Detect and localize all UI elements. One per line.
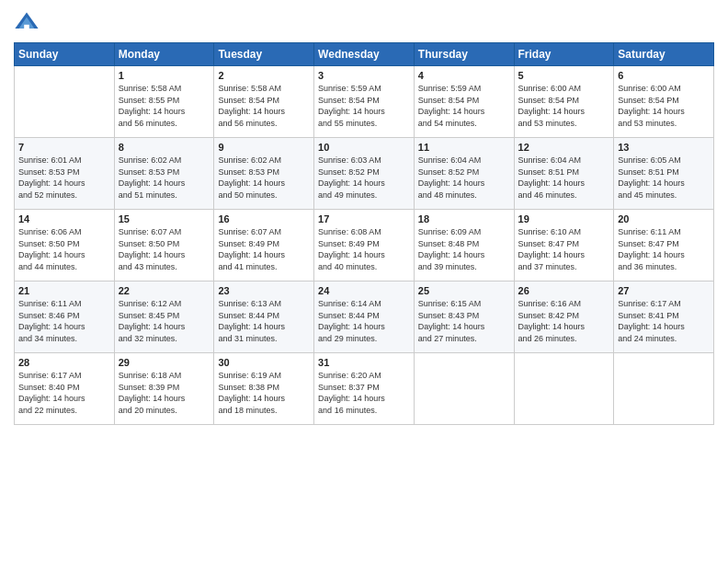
day-cell: 23Sunrise: 6:13 AMSunset: 8:44 PMDayligh… [214, 282, 314, 353]
day-cell: 20Sunrise: 6:11 AMSunset: 8:47 PMDayligh… [614, 210, 714, 282]
day-info: Sunrise: 6:01 AMSunset: 8:53 PMDaylight:… [18, 155, 110, 201]
day-info: Sunrise: 6:14 AMSunset: 8:44 PMDaylight:… [318, 298, 410, 344]
day-cell: 3Sunrise: 5:59 AMSunset: 8:54 PMDaylight… [314, 66, 415, 138]
logo [14, 9, 43, 35]
day-number: 16 [218, 213, 310, 224]
day-number: 7 [18, 142, 110, 153]
day-info: Sunrise: 6:08 AMSunset: 8:49 PMDaylight:… [318, 226, 410, 272]
day-info: Sunrise: 6:16 AMSunset: 8:42 PMDaylight:… [518, 298, 610, 344]
day-cell: 10Sunrise: 6:03 AMSunset: 8:52 PMDayligh… [314, 138, 415, 210]
header-row: SundayMondayTuesdayWednesdayThursdayFrid… [15, 43, 714, 66]
week-row-4: 21Sunrise: 6:11 AMSunset: 8:46 PMDayligh… [15, 282, 714, 353]
day-number: 13 [618, 142, 710, 153]
week-row-2: 7Sunrise: 6:01 AMSunset: 8:53 PMDaylight… [15, 138, 714, 210]
day-cell: 27Sunrise: 6:17 AMSunset: 8:41 PMDayligh… [614, 282, 714, 353]
day-cell: 31Sunrise: 6:20 AMSunset: 8:37 PMDayligh… [314, 353, 415, 425]
day-info: Sunrise: 6:00 AMSunset: 8:54 PMDaylight:… [518, 83, 610, 129]
day-info: Sunrise: 5:59 AMSunset: 8:54 PMDaylight:… [418, 83, 510, 129]
day-cell: 5Sunrise: 6:00 AMSunset: 8:54 PMDaylight… [514, 66, 614, 138]
day-cell: 30Sunrise: 6:19 AMSunset: 8:38 PMDayligh… [214, 353, 314, 425]
day-cell: 24Sunrise: 6:14 AMSunset: 8:44 PMDayligh… [314, 282, 415, 353]
day-info: Sunrise: 5:58 AMSunset: 8:55 PMDaylight:… [119, 83, 210, 129]
day-cell [414, 353, 514, 425]
day-info: Sunrise: 6:13 AMSunset: 8:44 PMDaylight:… [218, 298, 310, 344]
day-number: 6 [618, 70, 710, 81]
day-cell: 16Sunrise: 6:07 AMSunset: 8:49 PMDayligh… [214, 210, 314, 282]
day-cell: 4Sunrise: 5:59 AMSunset: 8:54 PMDaylight… [414, 66, 514, 138]
day-info: Sunrise: 6:00 AMSunset: 8:54 PMDaylight:… [618, 83, 710, 129]
day-info: Sunrise: 6:04 AMSunset: 8:51 PMDaylight:… [518, 155, 610, 201]
day-number: 28 [18, 357, 110, 368]
day-info: Sunrise: 6:03 AMSunset: 8:52 PMDaylight:… [318, 155, 410, 201]
week-row-5: 28Sunrise: 6:17 AMSunset: 8:40 PMDayligh… [15, 353, 714, 425]
day-info: Sunrise: 6:19 AMSunset: 8:38 PMDaylight:… [218, 370, 310, 416]
header-cell-thursday: Thursday [414, 43, 514, 66]
day-cell: 17Sunrise: 6:08 AMSunset: 8:49 PMDayligh… [314, 210, 415, 282]
day-cell [514, 353, 614, 425]
calendar-table: SundayMondayTuesdayWednesdayThursdayFrid… [14, 42, 714, 425]
day-number: 21 [18, 285, 110, 296]
day-cell: 21Sunrise: 6:11 AMSunset: 8:46 PMDayligh… [15, 282, 115, 353]
day-info: Sunrise: 6:18 AMSunset: 8:39 PMDaylight:… [119, 370, 210, 416]
header-cell-monday: Monday [114, 43, 214, 66]
week-row-1: 1Sunrise: 5:58 AMSunset: 8:55 PMDaylight… [15, 66, 714, 138]
page: SundayMondayTuesdayWednesdayThursdayFrid… [0, 0, 728, 563]
day-number: 15 [119, 213, 210, 224]
day-number: 3 [318, 70, 410, 81]
day-cell [614, 353, 714, 425]
day-info: Sunrise: 6:04 AMSunset: 8:52 PMDaylight:… [418, 155, 510, 201]
day-cell: 13Sunrise: 6:05 AMSunset: 8:51 PMDayligh… [614, 138, 714, 210]
day-number: 5 [518, 70, 610, 81]
day-cell: 18Sunrise: 6:09 AMSunset: 8:48 PMDayligh… [414, 210, 514, 282]
day-cell: 1Sunrise: 5:58 AMSunset: 8:55 PMDaylight… [114, 66, 214, 138]
day-cell: 14Sunrise: 6:06 AMSunset: 8:50 PMDayligh… [15, 210, 115, 282]
day-cell: 11Sunrise: 6:04 AMSunset: 8:52 PMDayligh… [414, 138, 514, 210]
day-number: 9 [218, 142, 310, 153]
week-row-3: 14Sunrise: 6:06 AMSunset: 8:50 PMDayligh… [15, 210, 714, 282]
day-cell: 19Sunrise: 6:10 AMSunset: 8:47 PMDayligh… [514, 210, 614, 282]
day-info: Sunrise: 6:17 AMSunset: 8:40 PMDaylight:… [18, 370, 110, 416]
day-cell: 29Sunrise: 6:18 AMSunset: 8:39 PMDayligh… [114, 353, 214, 425]
day-info: Sunrise: 5:58 AMSunset: 8:54 PMDaylight:… [218, 83, 310, 129]
day-cell: 7Sunrise: 6:01 AMSunset: 8:53 PMDaylight… [15, 138, 115, 210]
day-info: Sunrise: 6:15 AMSunset: 8:43 PMDaylight:… [418, 298, 510, 344]
day-cell: 15Sunrise: 6:07 AMSunset: 8:50 PMDayligh… [114, 210, 214, 282]
day-cell: 8Sunrise: 6:02 AMSunset: 8:53 PMDaylight… [114, 138, 214, 210]
header-cell-saturday: Saturday [614, 43, 714, 66]
day-number: 19 [518, 213, 610, 224]
calendar-body: 1Sunrise: 5:58 AMSunset: 8:55 PMDaylight… [15, 66, 714, 425]
day-info: Sunrise: 6:10 AMSunset: 8:47 PMDaylight:… [518, 226, 610, 272]
day-number: 31 [318, 357, 410, 368]
header-cell-wednesday: Wednesday [314, 43, 415, 66]
day-number: 27 [618, 285, 710, 296]
day-info: Sunrise: 6:09 AMSunset: 8:48 PMDaylight:… [418, 226, 510, 272]
day-number: 10 [318, 142, 410, 153]
day-number: 24 [318, 285, 410, 296]
logo-icon [14, 9, 40, 35]
calendar-header: SundayMondayTuesdayWednesdayThursdayFrid… [15, 43, 714, 66]
day-number: 14 [18, 213, 110, 224]
day-info: Sunrise: 6:07 AMSunset: 8:50 PMDaylight:… [119, 226, 210, 272]
day-number: 22 [119, 285, 210, 296]
day-number: 25 [418, 285, 510, 296]
svg-rect-2 [24, 25, 29, 29]
day-cell: 25Sunrise: 6:15 AMSunset: 8:43 PMDayligh… [414, 282, 514, 353]
header-cell-tuesday: Tuesday [214, 43, 314, 66]
day-number: 2 [218, 70, 310, 81]
day-number: 18 [418, 213, 510, 224]
day-number: 17 [318, 213, 410, 224]
day-info: Sunrise: 6:20 AMSunset: 8:37 PMDaylight:… [318, 370, 410, 416]
day-number: 12 [518, 142, 610, 153]
day-info: Sunrise: 6:11 AMSunset: 8:47 PMDaylight:… [618, 226, 710, 272]
day-number: 29 [119, 357, 210, 368]
day-number: 23 [218, 285, 310, 296]
header-cell-friday: Friday [514, 43, 614, 66]
day-info: Sunrise: 6:11 AMSunset: 8:46 PMDaylight:… [18, 298, 110, 344]
day-cell: 22Sunrise: 6:12 AMSunset: 8:45 PMDayligh… [114, 282, 214, 353]
header [14, 9, 714, 35]
day-info: Sunrise: 5:59 AMSunset: 8:54 PMDaylight:… [318, 83, 410, 129]
day-cell: 6Sunrise: 6:00 AMSunset: 8:54 PMDaylight… [614, 66, 714, 138]
day-cell: 9Sunrise: 6:02 AMSunset: 8:53 PMDaylight… [214, 138, 314, 210]
day-info: Sunrise: 6:17 AMSunset: 8:41 PMDaylight:… [618, 298, 710, 344]
day-number: 11 [418, 142, 510, 153]
